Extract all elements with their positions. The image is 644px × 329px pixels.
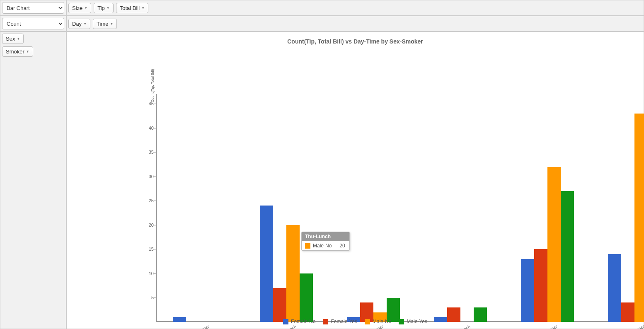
legend-swatch: [283, 319, 288, 324]
x-tick-label: Sat-Dinner: [527, 324, 558, 329]
column-field-b-shelf[interactable]: Day▼ Time▼: [66, 16, 644, 31]
legend-label: Male-Yes: [407, 319, 427, 324]
x-tick-label: Thu-Lunch: [266, 324, 297, 329]
pill-sex[interactable]: Sex▼: [2, 34, 24, 44]
caret-icon: ▼: [26, 50, 29, 53]
bar[interactable]: [634, 114, 644, 322]
y-tick-label: 5: [141, 295, 154, 300]
bar[interactable]: [534, 249, 547, 322]
legend-item[interactable]: Male-Yes: [399, 319, 427, 324]
tooltip-series: Male-No: [313, 243, 332, 249]
y-tick-label: 35: [141, 150, 154, 155]
legend-swatch: [399, 319, 404, 324]
chart-title: Count(Tip, Total Bill) vs Day-Time by Se…: [67, 32, 644, 45]
plot-area: [156, 94, 644, 322]
pill-size[interactable]: Size▼: [68, 3, 91, 13]
y-axis-label: Count(Tip, Total Bill): [150, 69, 155, 102]
bar[interactable]: [300, 273, 313, 322]
x-tick-label: Thu-Dinner: [179, 324, 210, 329]
bar[interactable]: [608, 254, 621, 322]
legend-item[interactable]: Female-No: [283, 319, 315, 324]
legend-label: Male-No: [373, 319, 391, 324]
x-tick-label: Sun-Dinner: [614, 324, 644, 329]
row-field-shelf[interactable]: Sex▼ Smoker▼: [0, 31, 66, 329]
legend-label: Female-No: [291, 319, 315, 324]
caret-icon: ▼: [141, 6, 145, 10]
bar[interactable]: [273, 288, 286, 322]
pill-time[interactable]: Time▼: [93, 19, 117, 29]
caret-icon: ▼: [84, 6, 87, 10]
aggregation-select[interactable]: Count: [2, 18, 64, 29]
tooltip-swatch: [305, 243, 310, 249]
pill-day[interactable]: Day▼: [68, 19, 90, 29]
x-tick-label: Fri-Dinner: [353, 324, 384, 329]
legend-item[interactable]: Male-No: [365, 319, 391, 324]
legend-label: Female-Yes: [331, 319, 357, 324]
tooltip-value: 20: [335, 241, 349, 250]
column-field-a-shelf[interactable]: Size▼ Tip▼ Total Bill▼: [66, 0, 644, 16]
y-tick-label: 30: [141, 174, 154, 179]
legend-swatch: [323, 319, 328, 324]
legend-item[interactable]: Female-Yes: [323, 319, 357, 324]
chart-panel: Count(Tip, Total Bill) vs Day-Time by Se…: [66, 31, 644, 329]
caret-icon: ▼: [83, 22, 87, 26]
caret-icon: ▼: [110, 22, 113, 26]
y-tick-label: 25: [141, 198, 154, 203]
y-tick-label: 15: [141, 247, 154, 252]
pill-tip[interactable]: Tip▼: [94, 3, 114, 13]
y-tick-label: 45: [141, 101, 154, 106]
caret-icon: ▼: [107, 6, 110, 10]
bar[interactable]: [260, 206, 273, 322]
legend: Female-NoFemale-YesMale-NoMale-Yes: [67, 319, 644, 324]
bar[interactable]: [561, 191, 574, 322]
tooltip: Thu-Lunch Male-No 20: [301, 232, 350, 251]
pill-total-bill[interactable]: Total Bill▼: [116, 3, 148, 13]
bar[interactable]: [547, 167, 561, 322]
y-tick-label: 20: [141, 223, 154, 227]
chart-type-select[interactable]: Bar Chart: [2, 2, 64, 14]
legend-swatch: [365, 319, 370, 324]
y-tick-label: 40: [141, 126, 154, 131]
bar[interactable]: [286, 225, 300, 322]
x-tick-label: Fri-Lunch: [440, 324, 471, 329]
y-tick-label: 10: [141, 271, 154, 276]
pill-smoker[interactable]: Smoker▼: [2, 46, 33, 57]
bar[interactable]: [521, 259, 534, 322]
caret-icon: ▼: [17, 37, 20, 41]
tooltip-category: Thu-Lunch: [302, 232, 349, 241]
